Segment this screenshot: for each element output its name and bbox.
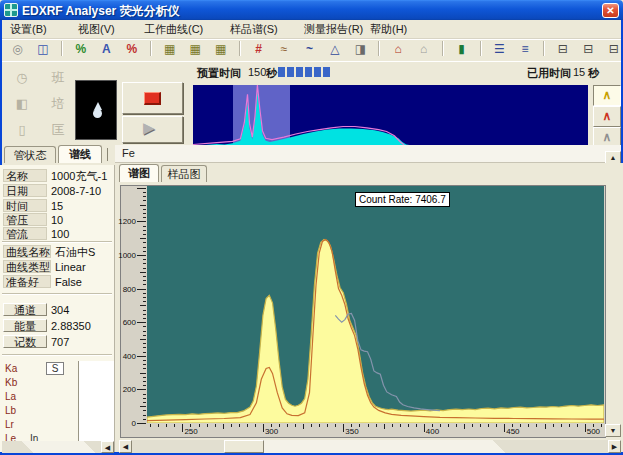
panel-split-icon[interactable]: ◨ — [351, 41, 370, 59]
property-row: 能量2.88350 — [3, 319, 91, 333]
property-label: 日期 — [3, 184, 47, 197]
preset-time-unit: 秒 — [266, 66, 277, 81]
globe-icon[interactable]: ◎ — [8, 41, 27, 59]
menu-settings[interactable]: 设置(B) — [10, 22, 47, 37]
list-lines-icon[interactable]: ≡ — [515, 41, 534, 59]
scroll-down-button[interactable]: ▼ — [605, 424, 621, 437]
toolbar-separator — [442, 41, 444, 56]
home-gray-icon[interactable]: ⌂ — [414, 41, 433, 59]
property-row: 名称1000充气-1 — [3, 169, 107, 183]
left-list-scrollbar[interactable] — [2, 441, 114, 453]
chart-scrollbar-thumb[interactable] — [224, 440, 264, 453]
left-list-scroll-left-button[interactable]: ◀ — [101, 441, 114, 453]
property-row: 曲线名称石油中S — [3, 245, 95, 259]
property-value: 100 — [51, 228, 69, 240]
peak-view-yellow-button[interactable]: ∧ — [593, 85, 621, 106]
disabled-button-3[interactable]: 匡 — [44, 118, 72, 142]
x-axis-tick-label: 500 — [587, 427, 600, 436]
line-label: Lr — [5, 419, 14, 430]
close-button[interactable]: ✕ — [602, 3, 619, 18]
stop-button[interactable] — [122, 82, 183, 114]
toolbar-separator — [543, 41, 545, 56]
line-label: Kb — [5, 377, 17, 388]
properties-panel: 名称1000充气-1 日期2008-7-10 时间15 管压10 管流100 曲… — [0, 165, 115, 452]
property-value: 1000充气-1 — [51, 170, 107, 182]
printer-preview-icon[interactable]: ⊟ — [579, 41, 598, 59]
chart-h-scrollbar[interactable] — [119, 440, 621, 453]
table-delete-icon[interactable]: ▦ — [186, 41, 205, 59]
elapsed-time-value: 15 — [573, 66, 585, 78]
y-axis-tick-label: 800 — [123, 285, 136, 294]
property-value: 15 — [51, 200, 63, 212]
current-element-label: Fe — [122, 147, 135, 159]
chart-scroll-right-button[interactable]: ▶ — [608, 440, 621, 453]
percent-red-icon[interactable]: % — [122, 41, 141, 59]
menu-view[interactable]: 视图(V) — [78, 22, 115, 37]
property-label: 曲线名称 — [3, 245, 51, 258]
menu-help[interactable]: 帮助(H) — [370, 22, 407, 37]
tab-tube-status[interactable]: 管状态 — [4, 146, 56, 163]
spectrum-preview[interactable] — [193, 85, 588, 147]
tab-spectrum-view[interactable]: 谱图 — [119, 164, 159, 182]
title-bar[interactable]: EDXRF Analyser 荧光分析仪 ✕ — [0, 0, 623, 20]
line-label: La — [5, 391, 16, 402]
y-axis-ruler: 020040060080010001200 — [121, 186, 147, 437]
chart-scroll-left-button[interactable]: ◀ — [119, 440, 132, 453]
arrow-left-icon: ◀ — [105, 444, 110, 451]
menu-measure-report[interactable]: 测量报告(R) — [304, 22, 363, 37]
printer-setup-icon[interactable]: ⊟ — [604, 41, 623, 59]
arrow-right-icon: ▶ — [612, 443, 617, 450]
property-label: 管压 — [3, 213, 47, 226]
percent-green-icon[interactable]: % — [71, 41, 90, 59]
menu-working-curve[interactable]: 工作曲线(C) — [144, 22, 203, 37]
scatter-fit-icon[interactable]: ≈ — [274, 41, 293, 59]
element-cell[interactable]: S — [46, 362, 64, 375]
calibrate-hash-icon[interactable]: # — [249, 41, 268, 59]
play-icon: ▶ — [143, 119, 155, 137]
property-label: 名称 — [3, 169, 47, 182]
y-axis-tick-label: 1000 — [118, 251, 136, 260]
count-rate-tooltip: Count Rate: 7406.7 — [355, 192, 450, 207]
disabled-button-2[interactable]: 培 — [44, 92, 72, 116]
peak-red-icon: ∧ — [603, 109, 612, 123]
list-check-icon[interactable]: ☰ — [490, 41, 509, 59]
tab-spectral-line[interactable]: 谱线 — [58, 145, 102, 163]
progress-segment — [323, 67, 330, 77]
label-a-icon[interactable]: A — [97, 41, 116, 59]
document-icon[interactable]: ▯ — [8, 118, 36, 142]
progress-segment — [314, 67, 321, 77]
property-value: 707 — [51, 336, 69, 348]
table-insert-icon[interactable]: ▦ — [211, 41, 230, 59]
stamp-icon[interactable]: ◧ — [8, 92, 36, 116]
property-row: 曲线类型Linear — [3, 260, 86, 274]
home-red-icon[interactable]: ⌂ — [389, 41, 408, 59]
y-axis-tick-label: 0 — [132, 419, 136, 428]
property-row: 通道304 — [3, 303, 69, 317]
spectrum-plot[interactable] — [147, 186, 604, 423]
disabled-button-1[interactable]: 班 — [44, 66, 72, 90]
printer-icon[interactable]: ⊟ — [553, 41, 572, 59]
table-new-icon[interactable]: ▦ — [160, 41, 179, 59]
peak-triangle-icon[interactable]: △ — [325, 41, 344, 59]
clock-icon[interactable]: ◷ — [8, 66, 36, 90]
start-button[interactable]: ▶ — [122, 116, 183, 143]
toolbar-separator — [378, 41, 380, 56]
curve-wave-icon[interactable]: ~ — [300, 41, 319, 59]
meter-green-icon[interactable]: ▮ — [452, 41, 471, 59]
toolbar-separator — [480, 41, 482, 56]
property-value: 2008-7-10 — [51, 185, 101, 197]
peak-view-red-button[interactable]: ∧ — [593, 106, 621, 127]
menu-sample-spectrum[interactable]: 样品谱(S) — [230, 22, 278, 37]
toolbar-separator — [239, 41, 241, 56]
toolbar-separator — [150, 41, 152, 56]
menu-bar: 设置(B) 视图(V) 工作曲线(C) 样品谱(S) 测量报告(R) 帮助(H) — [2, 20, 621, 39]
panel-separator — [2, 354, 112, 356]
y-axis-tick-label: 600 — [123, 318, 136, 327]
x-axis-ruler: 250300350400450500 — [147, 423, 604, 437]
window-title: EDXRF Analyser 荧光分析仪 — [22, 3, 180, 20]
tab-sample-view[interactable]: 样品图 — [161, 165, 207, 182]
y-axis-tick-label: 200 — [123, 385, 136, 394]
property-label: 管流 — [3, 227, 47, 240]
preset-time-value: 150 — [248, 66, 266, 78]
window-layout-icon[interactable]: ◫ — [33, 41, 52, 59]
